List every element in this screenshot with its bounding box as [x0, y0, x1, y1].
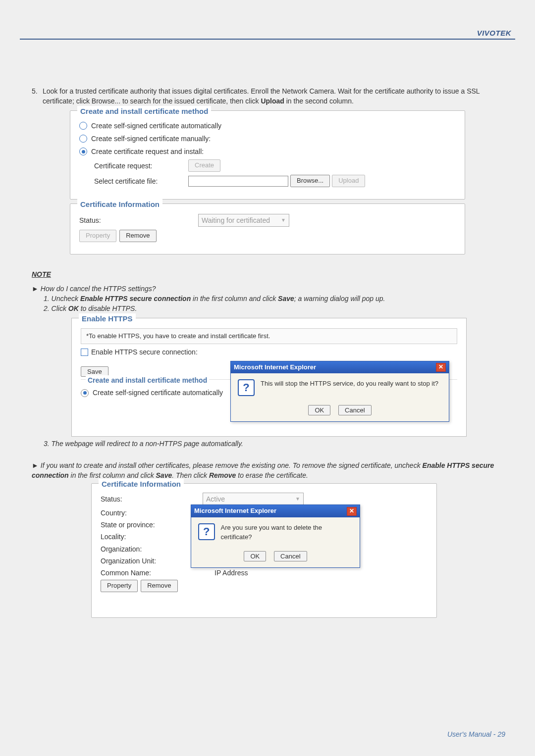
state-label: State or province:	[101, 520, 185, 530]
close-icon[interactable]: ✕	[436, 363, 446, 372]
ou-label: Organization Unit:	[101, 556, 185, 566]
enable-https-row[interactable]: Enable HTTPS secure connection:	[81, 347, 457, 357]
header-rule	[20, 28, 515, 40]
upload-button[interactable]: Upload	[332, 175, 365, 187]
cn-value: IP Address	[214, 568, 248, 578]
page: VIVOTEK 5. Look for a trusted certificat…	[0, 0, 535, 756]
dialog-message: This will stop the HTTPS service, do you…	[261, 379, 438, 389]
header-band: VIVOTEK	[0, 0, 535, 34]
select-file-label: Select certificate file:	[94, 176, 188, 186]
cert-request-row: Certificate request: Create	[94, 159, 456, 172]
browse-button[interactable]: Browse...	[290, 175, 330, 187]
dialog-titlebar: Microsoft Internet Explorer ✕	[231, 361, 449, 374]
howto-cancel: ►How do I cancel the HTTPS settings? 1. …	[32, 284, 503, 314]
note-heading: NOTE	[32, 269, 503, 279]
legend-cert-method: Create and install certificate method	[77, 106, 211, 117]
radio-row-request[interactable]: Create certificate request and install:	[79, 147, 456, 156]
step-5: 5. Look for a trusted certificate author…	[32, 86, 503, 106]
dialog-buttons: OK Cancel	[231, 402, 449, 421]
cancel-button[interactable]: Cancel	[338, 405, 371, 415]
step-text: Look for a trusted certificate authority…	[43, 86, 503, 106]
question-icon: ?	[238, 379, 255, 396]
dialog-title: Microsoft Internet Explorer	[234, 363, 316, 372]
status-label: Status:	[79, 215, 198, 225]
country-label: Country:	[101, 508, 185, 518]
screenshot-enable-https: Enable HTTPS *To enable HTTPS, you have …	[71, 318, 467, 437]
close-icon[interactable]: ✕	[347, 507, 357, 516]
dialog-message: Are you sure you want to delete the cert…	[221, 523, 353, 542]
radio-row-manual[interactable]: Create self-signed certificate manually:	[79, 134, 456, 144]
property-button[interactable]: Property	[79, 230, 116, 242]
status-label: Status:	[101, 494, 185, 504]
radio-icon[interactable]	[79, 122, 87, 130]
page-footer: User's Manual - 29	[447, 730, 505, 738]
brand-label: VIVOTEK	[477, 29, 511, 37]
dialog-body: ? This will stop the HTTPS service, do y…	[231, 373, 449, 402]
remove-button[interactable]: Remove	[119, 230, 156, 242]
file-input[interactable]	[188, 176, 288, 187]
howto-remove: ►If you want to create and install other…	[32, 460, 503, 481]
chevron-down-icon: ▼	[295, 496, 300, 503]
fieldset-cert-method: Create and install certificate method Cr…	[70, 110, 465, 200]
ok-button[interactable]: OK	[308, 405, 330, 415]
chevron-down-icon: ▼	[281, 217, 286, 224]
step-3-redirect: 3. The webpage will redirect to a non-HT…	[44, 439, 503, 449]
locality-label: Locality:	[101, 532, 185, 542]
create-button[interactable]: Create	[188, 159, 220, 172]
arrow-icon: ►	[32, 284, 39, 294]
status-select[interactable]: Waiting for certificated▼	[198, 214, 289, 227]
select-file-row: Select certificate file: Browse... Uploa…	[94, 175, 456, 187]
radio-row-auto[interactable]: Create self-signed certificate automatic…	[79, 121, 456, 131]
org-label: Organization:	[101, 544, 185, 554]
cn-label: Common Name:	[101, 568, 185, 578]
status-select-2[interactable]: Active▼	[203, 493, 304, 505]
fieldset-cert-info: Certificate Information Status: Waiting …	[70, 203, 465, 254]
legend-cert-info: Certificate Information	[77, 199, 162, 210]
property-button-2[interactable]: Property	[101, 580, 138, 592]
dialog-titlebar: Microsoft Internet Explorer ✕	[191, 505, 360, 517]
dialog-delete-cert: Microsoft Internet Explorer ✕ ? Are you …	[191, 504, 360, 567]
legend-method-inner: Create and install certificate method	[86, 375, 209, 385]
legend-enable-https: Enable HTTPS	[79, 313, 136, 324]
dialog-stop-https: Microsoft Internet Explorer ✕ ? This wil…	[230, 361, 449, 422]
checkbox-icon[interactable]	[81, 349, 88, 356]
status-row: Status: Waiting for certificated▼	[79, 214, 456, 227]
save-button[interactable]: Save	[81, 366, 108, 377]
dialog-title: Microsoft Internet Explorer	[194, 506, 276, 516]
radio-icon[interactable]	[79, 135, 87, 143]
legend-cert-info-2: Certificate Information	[99, 479, 184, 490]
radio-icon[interactable]	[81, 389, 89, 397]
content: 5. Look for a trusted certificate author…	[0, 34, 535, 638]
question-icon: ?	[198, 523, 215, 540]
ok-button[interactable]: OK	[244, 551, 266, 561]
arrow-icon: ►	[32, 460, 39, 470]
cert-info-buttons: Property Remove	[79, 230, 456, 242]
remove-button-2[interactable]: Remove	[141, 580, 177, 592]
cancel-button[interactable]: Cancel	[274, 551, 307, 561]
step-number: 5.	[32, 86, 43, 106]
enable-https-note: *To enable HTTPS, you have to create and…	[81, 328, 457, 345]
cert-request-label: Certificate request:	[94, 161, 188, 171]
radio-icon-selected[interactable]	[79, 148, 87, 155]
dialog-buttons: OK Cancel	[191, 548, 360, 567]
dialog-body: ? Are you sure you want to delete the ce…	[191, 517, 360, 548]
screenshot-cert-info: Certificate Information Status: Active▼ …	[91, 483, 437, 618]
